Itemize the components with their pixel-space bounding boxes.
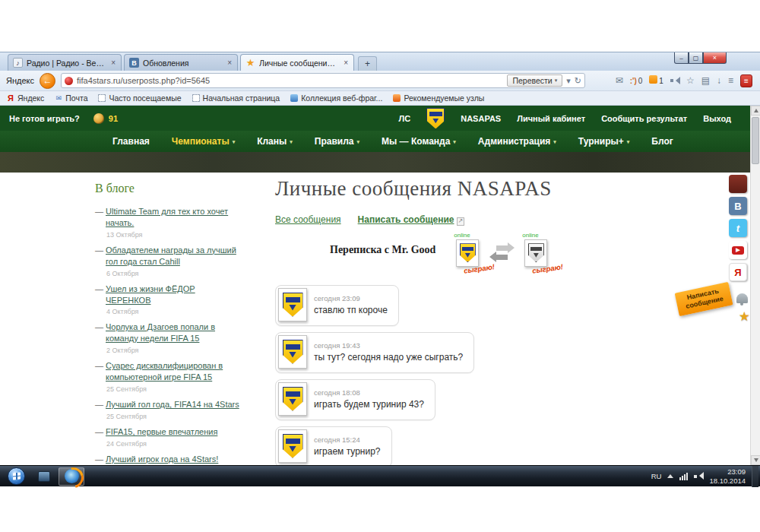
menu-administration[interactable]: Администрация▾ [478, 136, 556, 147]
menu-icon[interactable]: ≡ [728, 75, 733, 86]
bookmark-recommended[interactable]: Рекомендуемые узлы [393, 93, 484, 103]
report-result-link[interactable]: Сообщить результат [601, 114, 687, 123]
language-indicator[interactable]: RU [651, 472, 662, 480]
clock[interactable]: 23:09 18.10.2014 [709, 467, 746, 485]
message-text: ты тут? сегодня надо уже сыграть? [314, 352, 463, 363]
translate-button[interactable]: Перевести ▾ [507, 74, 562, 87]
blog-post-link[interactable]: Обладателем награды за лучший гол года с… [106, 245, 236, 266]
network-icon[interactable] [679, 473, 688, 480]
back-button[interactable]: ← [40, 73, 55, 89]
new-tab-button[interactable]: + [358, 56, 377, 71]
date: 18.10.2014 [709, 477, 746, 485]
elements-counter[interactable]: 1 [649, 75, 663, 86]
blog-post-date: 6 Октября [106, 269, 241, 278]
menu-blog[interactable]: Блог [651, 136, 673, 147]
scrollbar-thumb[interactable] [752, 117, 759, 164]
club-crest-icon [283, 387, 303, 411]
menu-team[interactable]: Мы — Команда▾ [382, 136, 456, 147]
download-icon[interactable]: ↓ [717, 75, 721, 86]
show-hidden-icons[interactable] [667, 471, 673, 478]
clipboard-icon[interactable]: ▤ [701, 75, 710, 86]
message-links: Все сообщения Написать сообщение↗ [275, 214, 610, 226]
hat-icon[interactable] [729, 175, 747, 193]
smiley-count: 0 [638, 77, 643, 85]
bell-icon[interactable] [736, 293, 748, 303]
tab-updates[interactable]: В Обновления × [124, 54, 238, 71]
message-item[interactable]: сегодня 18:08 играть будем туринир 43? [275, 379, 435, 420]
write-message-link[interactable]: Написать сообщение [358, 214, 454, 225]
yandex-icon[interactable]: Я [729, 263, 747, 281]
maximize-button[interactable]: ▢ [689, 52, 703, 64]
blog-post-link[interactable]: Чорлука и Дзагоев попали в команду недел… [106, 322, 215, 343]
club-crest-logo[interactable] [426, 108, 445, 129]
message-item[interactable]: сегодня 19:43 ты тут? сегодня надо уже с… [275, 332, 474, 373]
close-icon[interactable]: × [343, 59, 349, 67]
page-scrollbar[interactable] [750, 106, 760, 465]
blog-post-link[interactable]: Лучший игрок года на 4Stars! [106, 454, 218, 464]
refresh-icon[interactable]: ↻ [575, 76, 581, 86]
bookmark-mail[interactable]: ✉ Почта [55, 93, 87, 103]
speaker-icon[interactable] [670, 77, 679, 85]
message-item[interactable]: сегодня 15:24 играем турнир? [275, 426, 392, 465]
scroll-up-button[interactable] [751, 106, 760, 116]
chevron-down-icon: ▾ [553, 139, 556, 145]
star-badge-icon[interactable]: ★ [739, 309, 750, 325]
start-button[interactable] [8, 467, 25, 485]
tab-radio[interactable]: ♪ Радио | Радио - Вести ФМ × [8, 54, 122, 71]
blog-post-link[interactable]: Суарес дисквалифицирован в компьютерной … [106, 361, 223, 382]
yandex-menu-button[interactable]: ≡ [740, 74, 752, 87]
menu-championships[interactable]: Чемпионаты▾ [172, 136, 235, 147]
toolbar-icons: ✉ :')0 1 ☆ ▤ ↓ ≡ ≡ [616, 74, 754, 87]
address-bar[interactable]: fifa4stars.ru/userposts.php?id=5645 Пере… [61, 73, 585, 88]
taskbar-firefox[interactable] [59, 467, 84, 486]
close-window-button[interactable]: × [703, 52, 727, 64]
all-messages-link[interactable]: Все сообщения [275, 214, 341, 225]
smiley-counter[interactable]: :')0 [630, 77, 643, 85]
bookmark-label: Часто посещаемые [109, 93, 181, 103]
username-link[interactable]: NASAPAS [461, 114, 501, 123]
minimize-button[interactable]: – [674, 52, 689, 64]
chat-user-opponent[interactable]: online сыграю! [522, 232, 557, 273]
chat-user-self[interactable]: online сыграю! [454, 232, 489, 273]
logout-link[interactable]: Выход [703, 114, 731, 123]
bookmark-label: Коллекция веб-фраг... [301, 93, 382, 103]
dropdown-caret-icon[interactable]: ▾ [566, 76, 571, 86]
mail-icon[interactable]: ✉ [616, 75, 623, 86]
dash: — [95, 206, 103, 217]
avatar [278, 382, 307, 416]
volume-icon[interactable] [694, 472, 703, 480]
cabinet-link[interactable]: Личный кабинет [517, 114, 585, 123]
menu-home[interactable]: Главная [112, 136, 150, 147]
twitter-icon[interactable]: t [729, 219, 747, 237]
bookmark-frequent[interactable]: Часто посещаемые [98, 93, 181, 103]
menu-rules[interactable]: Правила▾ [315, 136, 359, 147]
message-time: сегодня 19:43 [314, 341, 463, 350]
show-desktop-button[interactable] [752, 466, 758, 487]
taskbar-app[interactable] [31, 467, 57, 486]
bookmark-star-icon[interactable]: ☆ [686, 75, 695, 86]
exchange-arrows [492, 232, 519, 260]
youtube-icon[interactable]: ▶ [729, 241, 747, 259]
private-messages-link[interactable]: ЛС [399, 114, 411, 123]
dash: — [95, 321, 103, 333]
url-text[interactable]: fifa4stars.ru/userposts.php?id=5645 [77, 76, 210, 85]
arrow-right-icon [496, 245, 508, 251]
vk-icon[interactable]: В [729, 197, 747, 215]
bookmark-homepage[interactable]: Начальная страница [192, 93, 280, 103]
bookmark-collection[interactable]: Коллекция веб-фраг... [290, 93, 382, 103]
close-icon[interactable]: × [110, 59, 116, 67]
menu-clans[interactable]: Кланы▾ [257, 136, 293, 147]
tab-messages-active[interactable]: ★ Личные сообщения NAS... × [240, 54, 354, 71]
collection-icon [290, 94, 298, 102]
yandex-brand-label[interactable]: Яндекс [6, 76, 34, 85]
blog-post: — Лучший гол года, FIFA14 на 4Stars 25 С… [95, 399, 241, 421]
blog-post-link[interactable]: Ушел из жизни ФЁДОР ЧЕРЕНКОВ [106, 284, 195, 305]
scroll-down-button[interactable] [751, 455, 760, 465]
blog-post-link[interactable]: Лучший гол года, FIFA14 на 4Stars [106, 400, 239, 409]
bookmark-yandex[interactable]: Я Яндекс [7, 93, 44, 103]
blog-post-link[interactable]: FIFA15, первые впечатления [106, 427, 217, 436]
menu-tournaments[interactable]: Турниры+▾ [578, 136, 629, 147]
close-icon[interactable]: × [226, 59, 233, 67]
blog-post-link[interactable]: Ultimate Team для тех кто хочет начать. [106, 207, 228, 227]
message-item[interactable]: сегодня 23:09 ставлю тп короче [275, 285, 399, 326]
